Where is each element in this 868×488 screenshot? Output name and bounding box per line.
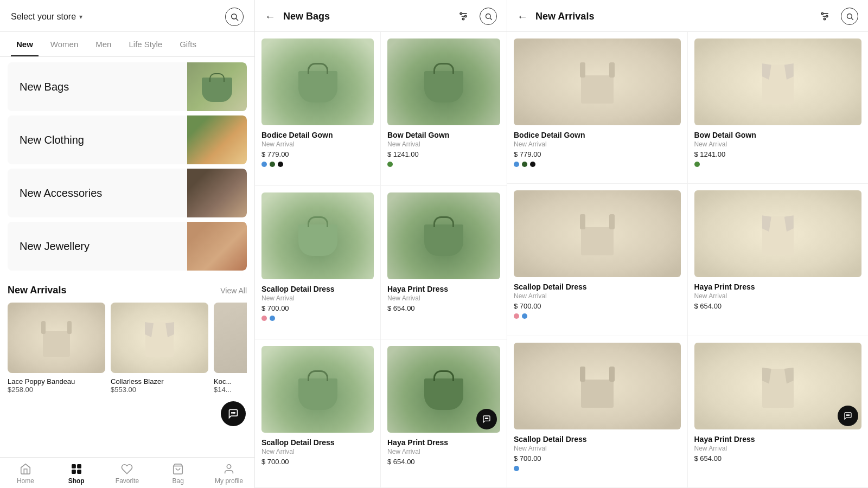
middle-img-5 — [387, 346, 500, 433]
arrival-img-1 — [111, 303, 208, 373]
right-title: New Arrivals — [535, 11, 594, 22]
middle-img-2 — [261, 192, 374, 279]
middle-pprice-0: $ 779.00 — [261, 150, 374, 158]
middle-product-3[interactable]: ♡ Haya Print Dress New Arrival $ 654.00 — [381, 186, 507, 340]
right-img-1 — [694, 38, 862, 125]
arrival-name-2: Koc... — [214, 377, 247, 386]
right-filter-button[interactable] — [816, 8, 833, 25]
right-product-0[interactable]: ♡ Bodice Detail Gown New Arrival $ 779.0… — [507, 32, 688, 184]
middle-header: ← New Bags — [255, 0, 507, 32]
svg-point-2 — [232, 413, 233, 414]
svg-rect-8 — [78, 470, 81, 473]
middle-product-2[interactable]: ♡ Scallop Detail Dress New Arrival $ 700… — [255, 186, 381, 340]
nav-profile[interactable]: My profile — [203, 463, 254, 485]
middle-pname-2: Scallop Detail Dress — [261, 285, 374, 293]
middle-product-4[interactable]: ♡ Scallop Detail Dress New Arrival $ 700… — [255, 339, 381, 488]
right-product-5[interactable]: ♡ Haya Print Dress New Arrival $ 654.00 — [688, 336, 869, 488]
color-dot — [514, 313, 519, 319]
arrival-product-2[interactable]: Koc... $14... — [214, 303, 247, 394]
middle-product-5[interactable]: ♡ Haya Print Dress New Arrival $ 654.00 — [381, 339, 507, 488]
svg-rect-6 — [78, 465, 81, 468]
right-search-button[interactable] — [841, 8, 858, 25]
color-dot — [694, 162, 700, 167]
middle-ptag-1: New Arrival — [387, 140, 500, 148]
nav-favorite[interactable]: Favorite — [102, 463, 153, 485]
tab-men[interactable]: Men — [90, 32, 117, 56]
svg-line-18 — [490, 18, 492, 20]
category-jewellery[interactable]: New Jewellery — [8, 222, 247, 271]
category-accessories[interactable]: New Accessories — [8, 169, 247, 217]
category-accessories-image — [187, 169, 247, 217]
right-img-4 — [514, 343, 681, 429]
right-colors-1 — [694, 162, 862, 167]
nav-favorite-label: Favorite — [116, 477, 139, 485]
svg-point-19 — [485, 418, 486, 419]
category-bags-image — [187, 62, 247, 111]
color-dot — [387, 162, 393, 167]
middle-product-0[interactable]: ♡ Bodice Detail Gown New Arrival $ 779.0… — [255, 32, 381, 186]
right-ptag-1: New Arrival — [694, 140, 862, 148]
middle-product-1[interactable]: ♥ Bow Detail Gown New Arrival $ 1241.00 — [381, 32, 507, 186]
middle-pprice-2: $ 700.00 — [261, 304, 374, 312]
category-list: New Bags New Clothing New Accessories Ne… — [0, 57, 254, 276]
tab-new[interactable]: New — [11, 32, 39, 56]
nav-bag-label: Bag — [173, 477, 184, 485]
new-arrivals-section: New Arrivals View All Lace Poppy Bandeau… — [0, 276, 254, 399]
right-product-3[interactable]: ♡ Haya Print Dress New Arrival $ 654.00 — [688, 184, 869, 336]
arrival-product-0[interactable]: Lace Poppy Bandeau $258.00 — [8, 303, 105, 394]
middle-header-left: ← New Bags — [265, 10, 330, 23]
middle-chat-button[interactable] — [476, 409, 497, 429]
middle-pname-4: Scallop Detail Dress — [261, 438, 374, 447]
middle-search-button[interactable] — [480, 8, 497, 25]
right-back-button[interactable]: ← — [517, 10, 528, 23]
right-chat-button[interactable] — [838, 406, 858, 426]
view-all-link[interactable]: View All — [220, 286, 247, 295]
color-dot — [261, 316, 267, 321]
middle-pname-5: Haya Print Dress — [387, 438, 500, 447]
svg-point-32 — [848, 415, 849, 415]
middle-ptag-4: New Arrival — [261, 448, 374, 455]
arrival-name-0: Lace Poppy Bandeau — [8, 377, 105, 386]
chat-area — [0, 399, 254, 432]
arrival-product-1[interactable]: Collarless Blazer $553.00 — [111, 303, 208, 394]
nav-profile-label: My profile — [215, 477, 243, 485]
right-ptag-3: New Arrival — [694, 292, 862, 300]
right-ptag-5: New Arrival — [694, 445, 862, 452]
category-clothing-label: New Clothing — [20, 134, 84, 146]
store-select-label: Select your store — [11, 12, 76, 22]
right-pname-3: Haya Print Dress — [694, 282, 862, 291]
category-bags[interactable]: New Bags — [8, 62, 247, 111]
nav-tabs: New Women Men Life Style Gifts — [0, 32, 254, 57]
right-product-1[interactable]: ♥ Bow Detail Gown New Arrival $ 1241.00 — [688, 32, 869, 184]
right-pprice-1: $ 1241.00 — [694, 150, 862, 158]
right-colors-4 — [514, 466, 681, 471]
middle-ptag-3: New Arrival — [387, 294, 500, 302]
tab-gifts[interactable]: Gifts — [174, 32, 202, 56]
arrival-price-1: $553.00 — [111, 386, 208, 394]
new-arrivals-title: New Arrivals — [8, 285, 66, 296]
right-colors-0 — [514, 162, 681, 167]
category-clothing[interactable]: New Clothing — [8, 115, 247, 164]
tab-lifestyle[interactable]: Life Style — [123, 32, 168, 56]
right-img-3 — [694, 190, 862, 277]
middle-ptag-5: New Arrival — [387, 448, 500, 455]
chat-button[interactable] — [221, 401, 246, 426]
middle-header-right — [455, 8, 497, 25]
nav-home[interactable]: Home — [0, 463, 51, 485]
nav-bag[interactable]: Bag — [152, 463, 203, 485]
middle-colors-0 — [261, 162, 374, 167]
right-header-left: ← New Arrivals — [517, 10, 594, 23]
color-dot — [522, 313, 527, 319]
tab-women[interactable]: Women — [45, 32, 84, 56]
middle-back-button[interactable]: ← — [265, 10, 276, 23]
right-pprice-5: $ 654.00 — [694, 454, 862, 463]
right-ptag-0: New Arrival — [514, 140, 681, 148]
store-select[interactable]: Select your store ▾ — [11, 12, 82, 22]
right-product-4[interactable]: ♡ Scallop Detail Dress New Arrival $ 700… — [507, 336, 688, 488]
search-button[interactable] — [225, 8, 244, 26]
nav-shop[interactable]: Shop — [51, 463, 102, 485]
middle-filter-button[interactable] — [455, 8, 472, 25]
right-product-2[interactable]: ♡ Scallop Detail Dress New Arrival $ 700… — [507, 184, 688, 336]
middle-img-1 — [387, 38, 500, 125]
right-header-right — [816, 8, 858, 25]
